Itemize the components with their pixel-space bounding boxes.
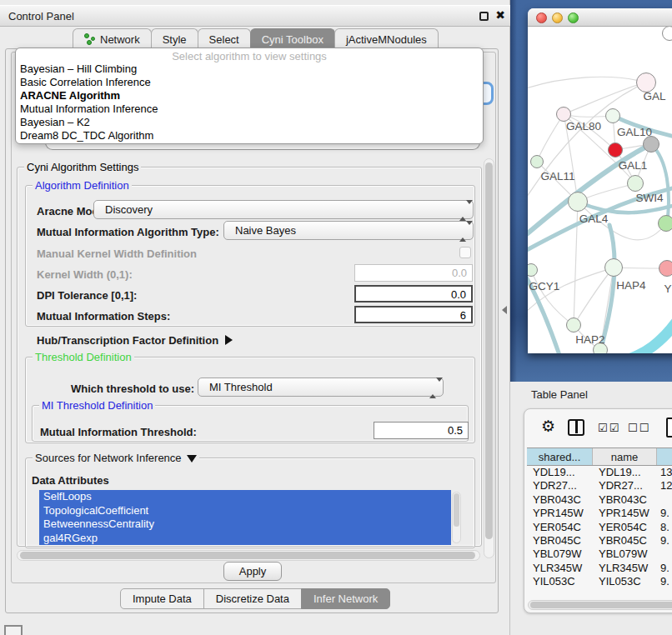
minimize-window-icon[interactable]: [552, 12, 563, 23]
hub-definition-toggle[interactable]: Hub/Transcription Factor Definition: [37, 334, 233, 347]
manual-kernel-checkbox[interactable]: [459, 247, 471, 258]
scrollbar-thumb[interactable]: [454, 493, 459, 527]
attribute-item-selected[interactable]: SelfLoops: [39, 490, 451, 504]
tab-label: Cyni Toolbox: [262, 33, 323, 46]
mi-steps-field[interactable]: 6: [354, 306, 473, 323]
node-swi4[interactable]: [658, 215, 672, 232]
stepper-arrows-icon: [459, 225, 467, 238]
scrollbar-thumb[interactable]: [485, 162, 493, 539]
tab-impute-data[interactable]: Impute Data: [120, 588, 204, 609]
node-red-selected[interactable]: [608, 142, 623, 158]
dropdown-item[interactable]: Dream8 DC_TDC Algorithm: [16, 129, 483, 142]
tab-infer-network[interactable]: Infer Network: [301, 588, 390, 609]
aracne-mode-select[interactable]: Discovery: [93, 200, 474, 219]
attributes-scrollbar[interactable]: [452, 492, 461, 543]
sources-title: Sources for Network Inference: [35, 452, 182, 464]
network-desktop: GALGAL80GAL10GAL1GAL11GAL4SWI4GCY1HAP4YH…: [510, 0, 672, 382]
dropdown-item[interactable]: Bayesian – K2: [16, 116, 483, 129]
node-gal10[interactable]: [605, 108, 620, 123]
cell-name: YER054C: [593, 521, 657, 534]
cell-shared-name: YDL19...: [527, 466, 593, 479]
table-row[interactable]: YER054C YER054C 8.: [527, 521, 672, 534]
which-threshold-select[interactable]: MI Threshold: [198, 378, 444, 397]
cyni-bottom-tabs: Impute Data Discretize Data Infer Networ…: [121, 588, 390, 609]
apply-button[interactable]: Apply: [223, 562, 282, 581]
group-title: MI Threshold Definition: [39, 399, 155, 412]
cell-shared-name: YBL079W: [527, 548, 593, 561]
table-row[interactable]: YIL053C YIL053C 9.: [527, 575, 672, 588]
scrollbar-thumb[interactable]: [20, 552, 475, 559]
column-header[interactable]: shared...: [527, 448, 593, 465]
close-icon[interactable]: ✖: [495, 8, 505, 22]
dropdown-item[interactable]: ARACNE Algorithm: [16, 89, 483, 102]
table-toolbar: ⚙ ☑☑ ☐☐: [524, 409, 672, 448]
tab-jactivemnodules[interactable]: jActiveMNodules: [334, 28, 439, 49]
node-gal1[interactable]: [627, 175, 644, 192]
docked-panel-icon[interactable]: [4, 625, 23, 635]
deselect-all-icon[interactable]: ☐☐: [628, 422, 650, 434]
tab-discretize-data[interactable]: Discretize Data: [203, 588, 302, 609]
tab-select[interactable]: Select: [198, 28, 251, 49]
settings-vertical-scrollbar[interactable]: [484, 158, 494, 558]
table-header: shared... name A: [527, 448, 672, 466]
manual-kernel-label: Manual Kernel Width Definition: [37, 248, 197, 260]
node-salmon[interactable]: [659, 260, 672, 277]
network-window-titlebar[interactable]: [528, 8, 672, 27]
node-gal11[interactable]: [530, 155, 544, 168]
node-label-gal1: GAL1: [619, 159, 648, 172]
panel-title: Control Panel: [8, 10, 74, 22]
kernel-width-field[interactable]: 0.0: [354, 264, 473, 282]
float-panel-icon[interactable]: [479, 12, 489, 21]
cell-value: 9.: [657, 534, 672, 548]
cell-shared-name: YLR345W: [527, 562, 593, 575]
settings-horizontal-scrollbar[interactable]: [17, 550, 480, 561]
table-row[interactable]: YLR345W YLR345W 9.: [527, 562, 672, 575]
dropdown-item[interactable]: Bayesian – Hill Climbing: [16, 62, 483, 76]
table-row[interactable]: YDL19... YDL19... 13: [527, 466, 672, 479]
dropdown-item[interactable]: Basic Correlation Inference: [16, 76, 483, 89]
column-header[interactable]: name: [593, 448, 657, 465]
close-window-icon[interactable]: [536, 12, 547, 23]
sources-toggle[interactable]: Sources for Network Inference: [33, 452, 199, 464]
node-gray[interactable]: [643, 136, 659, 152]
column-header[interactable]: A: [657, 448, 672, 465]
dropdown-item[interactable]: Mutual Information Inference: [16, 102, 483, 116]
splitter-handle[interactable]: [502, 306, 507, 314]
tab-cyni-toolbox[interactable]: Cyni Toolbox: [250, 28, 335, 49]
network-view-window[interactable]: GALGAL80GAL10GAL1GAL11GAL4SWI4GCY1HAP4YH…: [528, 8, 672, 353]
table-row[interactable]: YDR27... YDR27... 12: [527, 479, 672, 492]
cell-shared-name: YBR043C: [527, 493, 593, 507]
attribute-item-selected[interactable]: TopologicalCoefficient: [39, 504, 451, 518]
tab-label: Infer Network: [313, 592, 378, 605]
tab-network[interactable]: Network: [73, 28, 152, 49]
cell-name: YPR145W: [593, 507, 657, 520]
table-horizontal-scrollbar[interactable]: [528, 600, 672, 610]
table-row[interactable]: YPR145W YPR145W 9.: [527, 507, 672, 520]
table-row[interactable]: YBR045C YBR045C 9.: [527, 534, 672, 548]
document-icon[interactable]: [666, 418, 672, 438]
attribute-item-selected[interactable]: BetweennessCentrality: [39, 518, 451, 532]
gear-icon[interactable]: ⚙: [541, 417, 555, 436]
table-row[interactable]: YBL079W YBL079W: [527, 548, 672, 561]
node-hap4[interactable]: [604, 258, 623, 277]
node-label-hap2: HAP2: [575, 333, 604, 346]
group-title: Threshold Definition: [33, 351, 134, 363]
mi-threshold-field[interactable]: 0.5: [374, 422, 469, 439]
table-row[interactable]: YBR043C YBR043C: [527, 493, 672, 507]
tab-label: jActiveMNodules: [346, 33, 427, 46]
node-partial-topright[interactable]: [662, 27, 672, 41]
scrollbar-thumb[interactable]: [530, 602, 672, 608]
node-gcy1[interactable]: [528, 263, 538, 277]
network-canvas[interactable]: GALGAL80GAL10GAL1GAL11GAL4SWI4GCY1HAP4YH…: [528, 27, 672, 353]
tab-label: Select: [209, 33, 239, 46]
tab-style[interactable]: Style: [151, 28, 198, 49]
dpi-tolerance-field[interactable]: 0.0: [354, 285, 473, 302]
columns-icon[interactable]: [568, 419, 584, 436]
node-gal4[interactable]: [568, 192, 588, 212]
select-all-icon[interactable]: ☑☑: [598, 422, 620, 434]
node-hap2[interactable]: [566, 318, 581, 332]
zoom-window-icon[interactable]: [568, 12, 579, 23]
attribute-item-selected[interactable]: gal4RGexp: [39, 532, 451, 546]
cell-name: YBL079W: [593, 548, 657, 561]
mi-type-select[interactable]: Naive Bayes: [223, 221, 474, 240]
